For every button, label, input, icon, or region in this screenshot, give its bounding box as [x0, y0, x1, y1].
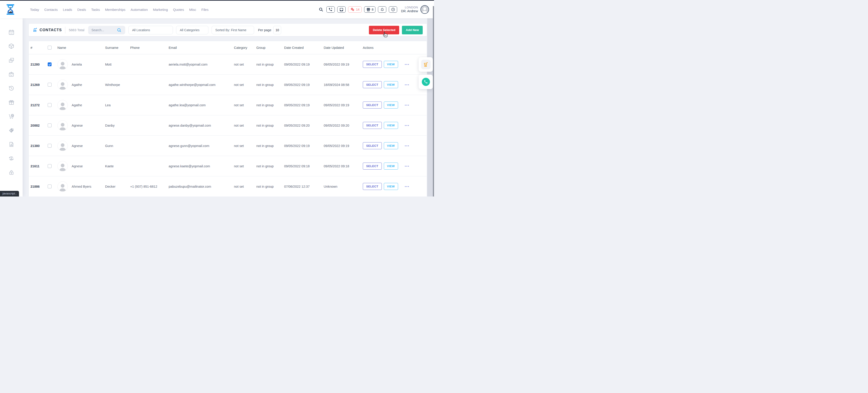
contact-group: not in group — [256, 63, 284, 66]
view-button[interactable]: VIEW — [384, 61, 398, 68]
contact-name[interactable]: Agnese — [72, 164, 83, 168]
copy-icon[interactable] — [8, 57, 14, 63]
select-button[interactable]: SELECT — [363, 162, 382, 170]
nav-tasks[interactable]: Tasks — [91, 8, 100, 11]
view-button[interactable]: VIEW — [384, 81, 398, 88]
nav-misc[interactable]: Misc — [189, 8, 196, 11]
select-button[interactable]: SELECT — [363, 101, 382, 109]
notifications-button[interactable] — [378, 6, 386, 13]
history-icon[interactable] — [8, 85, 14, 91]
contact-avatar[interactable] — [57, 181, 68, 192]
price-tag-icon[interactable]: $ — [8, 127, 14, 133]
scrollbar[interactable] — [433, 6, 434, 196]
nav-today[interactable]: Today — [30, 8, 39, 11]
phone-button[interactable] — [327, 6, 335, 13]
view-button[interactable]: VIEW — [384, 162, 398, 170]
view-button[interactable]: VIEW — [384, 101, 398, 109]
contact-avatar[interactable] — [57, 161, 68, 172]
contact-name[interactable]: Ahmed Byers — [72, 185, 91, 188]
gift-icon[interactable] — [8, 99, 14, 105]
ellipsis-icon — [405, 125, 409, 126]
delete-selected-button[interactable]: Delete Selected — [369, 26, 399, 34]
chat-button[interactable]: 14 — [348, 6, 362, 13]
row-checkbox[interactable] — [48, 164, 52, 168]
view-button[interactable]: VIEW — [384, 142, 398, 149]
select-button[interactable]: SELECT — [363, 122, 382, 129]
contact-avatar[interactable] — [57, 120, 68, 131]
row-checkbox[interactable] — [48, 83, 52, 87]
row-checkbox[interactable] — [48, 144, 52, 148]
contact-avatar[interactable] — [57, 59, 68, 70]
more-actions-button[interactable] — [405, 84, 409, 86]
contact-name[interactable]: Agnese — [72, 124, 83, 127]
row-checkbox[interactable] — [48, 62, 52, 66]
select-button[interactable]: SELECT — [363, 142, 382, 149]
help-button[interactable]: ? — [389, 6, 397, 13]
user-sync-icon[interactable] — [8, 155, 14, 161]
nav-contacts[interactable]: Contacts — [44, 8, 58, 11]
select-button[interactable]: SELECT — [363, 81, 382, 88]
contact-date-created: 09/05/2022 09:19 — [284, 63, 324, 66]
contact-date-created: 07/06/2022 12:37 — [284, 185, 324, 188]
more-actions-button[interactable] — [405, 165, 409, 167]
contact-name[interactable]: Agathe — [72, 83, 82, 87]
nav-marketing[interactable]: Marketing — [153, 8, 168, 11]
nav-automation[interactable]: Automation — [131, 8, 148, 11]
search-input[interactable] — [91, 28, 117, 32]
cart-icon — [423, 61, 429, 67]
select-button[interactable]: SELECT — [363, 61, 382, 68]
col-name: Name — [57, 46, 105, 50]
per-page-value[interactable]: 10 — [273, 26, 281, 34]
lock-icon[interactable] — [8, 169, 14, 176]
nav-deals[interactable]: Deals — [77, 8, 86, 11]
call-widget-button[interactable] — [422, 78, 430, 86]
nav-memberships[interactable]: Memberships — [105, 8, 125, 11]
sort-filter[interactable]: Sorted By: First Name — [212, 26, 254, 34]
more-actions-button[interactable] — [405, 186, 409, 187]
nav-files[interactable]: Files — [202, 8, 209, 11]
app-logo[interactable] — [6, 3, 16, 16]
view-button[interactable]: VIEW — [384, 183, 398, 190]
package-icon[interactable] — [8, 43, 14, 49]
contact-date-updated: 09/05/2022 09:18 — [324, 164, 363, 168]
contact-avatar[interactable] — [57, 80, 68, 90]
contact-name[interactable]: Agnese — [72, 144, 83, 148]
categories-filter[interactable]: All Categories — [176, 26, 209, 34]
contact-group: not in group — [256, 83, 284, 87]
more-actions-button[interactable] — [405, 125, 409, 126]
locations-filter[interactable]: All Locations — [128, 26, 173, 34]
search-submit-icon[interactable] — [117, 28, 122, 33]
row-checkbox[interactable] — [48, 103, 52, 107]
user-info[interactable]: LONDON DR. Andrew — [401, 6, 418, 13]
contact-avatar[interactable] — [57, 141, 68, 151]
contact-name[interactable]: Aeriela — [72, 63, 82, 66]
more-actions-button[interactable] — [405, 64, 409, 65]
inbox-button[interactable] — [337, 6, 346, 13]
contact-avatar[interactable] — [57, 100, 68, 110]
contact-name[interactable]: Agathe — [72, 103, 82, 107]
row-checkbox[interactable] — [48, 184, 52, 188]
view-button[interactable]: VIEW — [384, 122, 398, 129]
more-actions-button[interactable] — [405, 145, 409, 147]
report-icon[interactable] — [8, 141, 14, 147]
calendar-icon[interactable]: 12 — [8, 29, 14, 35]
search-icon[interactable] — [318, 6, 324, 12]
contact-surname: Lea — [105, 103, 130, 107]
user-avatar[interactable] — [421, 5, 429, 14]
store-button[interactable]: 8 — [364, 6, 376, 13]
contact-group: not in group — [256, 164, 284, 168]
ellipsis-icon — [405, 186, 409, 187]
select-button[interactable]: SELECT — [363, 183, 382, 190]
bag-import-icon[interactable] — [8, 71, 14, 77]
nav-quotes[interactable]: Quotes — [173, 8, 184, 11]
select-all-checkbox[interactable] — [48, 46, 52, 50]
row-checkbox[interactable] — [48, 123, 52, 127]
contact-category: not set — [234, 83, 256, 87]
cart-widget-button[interactable] — [421, 60, 431, 69]
cart-settings-icon[interactable] — [8, 113, 14, 119]
add-new-button[interactable]: Add New — [402, 26, 423, 34]
more-actions-button[interactable] — [405, 104, 409, 106]
contact-date-created: 09/05/2022 09:18 — [284, 164, 324, 168]
table-row: 21280 Aeriela Mott aeriela.mott@yopmail.… — [29, 54, 427, 74]
nav-leads[interactable]: Leads — [63, 8, 72, 11]
